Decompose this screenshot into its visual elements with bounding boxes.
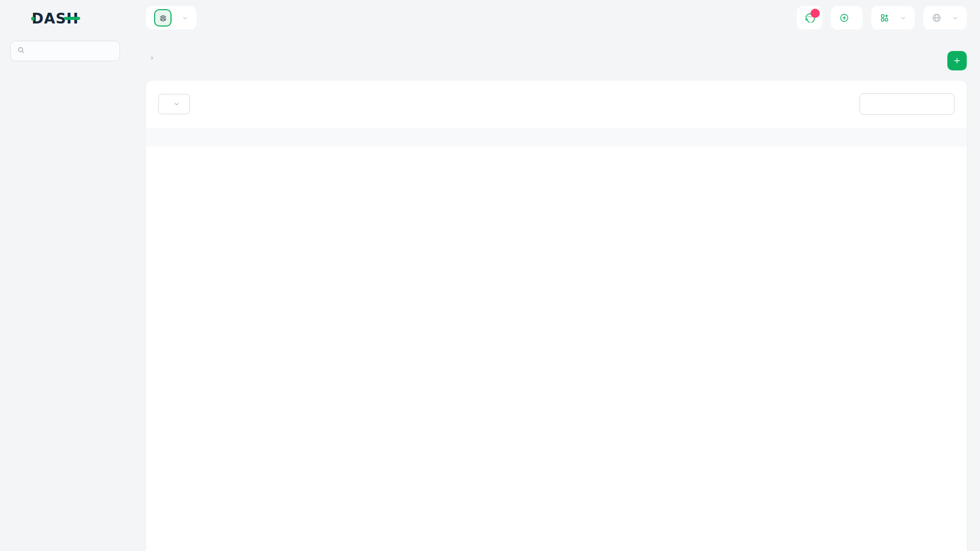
add-author-button[interactable] [947, 51, 967, 70]
sidebar-library-subnav [0, 70, 130, 73]
grid-plus-icon [879, 13, 890, 23]
entries-per-page [158, 94, 199, 114]
table-toolbar [146, 93, 967, 115]
app-root: DASH [0, 0, 980, 551]
messages-badge [811, 9, 820, 18]
breadcrumb: › [146, 54, 158, 62]
logo-text-mid: AS [44, 10, 66, 27]
workspace-logo-icon [154, 9, 172, 27]
chevron-right-icon: › [151, 54, 154, 62]
table-search-input[interactable] [860, 93, 954, 115]
plus-circle-icon [839, 13, 849, 23]
logo-text-end: H [66, 10, 79, 27]
table-toolbar-right [851, 93, 954, 115]
workspace-selector[interactable] [146, 6, 197, 30]
language-button[interactable] [923, 6, 967, 30]
chevron-down-icon [900, 15, 906, 21]
search-icon [17, 46, 25, 56]
sidebar-search-input[interactable] [29, 47, 113, 55]
logo-text: D [32, 10, 44, 27]
brand-logo[interactable]: DASH [0, 0, 130, 37]
page-header: › [146, 48, 967, 70]
globe-icon [932, 13, 942, 23]
app-switcher-button[interactable] [871, 6, 915, 30]
table-header-row [146, 128, 967, 146]
authors-table-card [146, 81, 967, 551]
entries-per-page-select[interactable] [158, 94, 190, 114]
messages-button[interactable] [797, 6, 822, 30]
sidebar-search [10, 41, 120, 61]
sidebar: DASH [0, 0, 130, 551]
chevron-down-icon [174, 101, 180, 107]
chevron-down-icon [182, 15, 188, 21]
chevron-down-icon [952, 15, 959, 21]
authors-table [146, 128, 967, 146]
topbar-right [797, 6, 967, 30]
create-workspace-button[interactable] [831, 6, 863, 30]
main-area: › [130, 0, 980, 551]
topbar [146, 0, 967, 36]
